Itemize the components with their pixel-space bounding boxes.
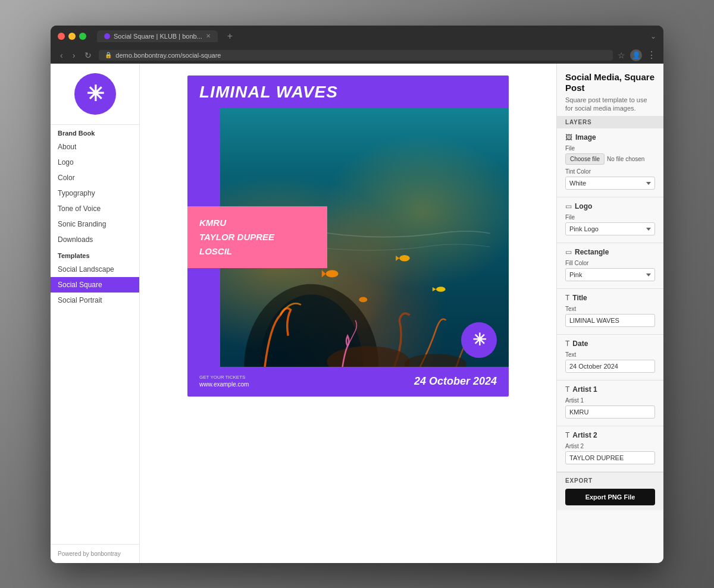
maximize-button[interactable] [79, 33, 86, 40]
preview-title: LIMINAL WAVES [199, 83, 497, 102]
file-chosen-text: No file chosen [607, 156, 644, 162]
artist1-text-icon: T [565, 385, 569, 394]
sidebar-item-social-portrait[interactable]: Social Portrait [51, 293, 139, 308]
sidebar-item-tone-of-voice[interactable]: Tone of Voice [51, 201, 139, 216]
sidebar-logo: ✳ [51, 64, 139, 125]
star-icon[interactable]: ☆ [618, 51, 625, 60]
preview-artist1: KMRU [199, 216, 315, 230]
browser-tab[interactable]: Social Square | KLUB | bonb... ✕ [97, 30, 218, 42]
rectangle-layer-title-row: ▭ Rectangle [565, 248, 655, 256]
brand-book-label: Brand Book [51, 125, 139, 139]
date-layer-title-row: T Date [565, 339, 655, 348]
artist1-text-input[interactable] [565, 405, 655, 419]
export-section: Export Export PNG File [557, 472, 663, 510]
svg-marker-9 [433, 287, 436, 291]
sidebar-item-social-square[interactable]: Social Square [51, 277, 139, 293]
image-layer-title: Image [575, 133, 596, 142]
title-text-icon: T [565, 294, 569, 302]
logo-layer-icon: ▭ [565, 202, 572, 210]
preview-website: www.example.com [199, 381, 249, 388]
back-button[interactable]: ‹ [58, 49, 65, 61]
menu-icon[interactable]: ⋮ [647, 49, 656, 61]
fill-color-select[interactable]: Pink [565, 268, 655, 281]
reload-button[interactable]: ↻ [82, 49, 94, 61]
sidebar-item-about[interactable]: About [51, 139, 139, 155]
new-tab-button[interactable]: + [227, 31, 233, 42]
sidebar-item-typography[interactable]: Typography [51, 185, 139, 201]
fill-color-label: Fill Color [565, 260, 655, 266]
sidebar-item-color[interactable]: Color [51, 170, 139, 185]
sidebar-item-social-landscape[interactable]: Social Landscape [51, 262, 139, 277]
artist2-text-label: Artist 2 [565, 443, 655, 449]
minimize-button[interactable] [68, 33, 76, 40]
sidebar-item-sonic-branding[interactable]: Sonic Branding [51, 216, 139, 232]
date-text-label: Text [565, 351, 655, 358]
artist1-text-label: Artist 1 [565, 397, 655, 404]
main-content: LIMINAL WAVES KMRU TAYLOR DUPREE LOSCIL … [140, 64, 556, 563]
preview-date: 24 October 2024 [414, 375, 497, 388]
logo-layer-title-row: ▭ Logo [565, 202, 655, 210]
logo-file-select[interactable]: Pink Logo [565, 222, 655, 235]
tint-color-label: Tint Color [565, 168, 655, 175]
export-png-button[interactable]: Export PNG File [565, 489, 655, 505]
layers-header: LAYERS [557, 116, 663, 128]
artist2-text-icon: T [565, 431, 569, 439]
image-file-label: File [565, 145, 655, 152]
tab-title: Social Square | KLUB | bonb... [114, 33, 202, 40]
logo-asterisk-icon: ✳ [86, 83, 104, 105]
browser-addressbar: ‹ › ↻ 🔒 demo.bonbontray.com/social-squar… [51, 47, 663, 64]
tab-close-icon[interactable]: ✕ [206, 33, 211, 39]
sidebar-footer: Powered by bonbontray [51, 544, 139, 563]
sidebar-item-downloads[interactable]: Downloads [51, 232, 139, 247]
title-layer-title-row: T Title [565, 294, 655, 302]
profile-icon[interactable]: 👤 [630, 49, 642, 61]
chevron-down-icon[interactable]: ⌄ [650, 32, 656, 40]
panel-header: Social Media, Square Post Square post te… [557, 64, 663, 117]
artist1-layer-section: T Artist 1 Artist 1 [557, 381, 663, 426]
image-layer-section: 🖼 Image File Choose file No file chosen … [557, 128, 663, 197]
svg-point-10 [359, 297, 367, 302]
svg-point-6 [399, 255, 409, 261]
date-layer-section: T Date Text [557, 335, 663, 381]
forward-button[interactable]: › [70, 49, 78, 61]
sidebar-item-logo[interactable]: Logo [51, 155, 139, 170]
logo-layer-section: ▭ Logo File Pink Logo [557, 197, 663, 243]
svg-marker-5 [322, 270, 326, 277]
preview-artist3: LOSCIL [199, 244, 315, 259]
artist2-text-input[interactable] [565, 451, 655, 464]
url-text: demo.bonbontray.com/social-square [115, 52, 221, 59]
preview-pink-box: KMRU TAYLOR DUPREE LOSCIL [187, 206, 327, 268]
rectangle-layer-title: Rectangle [575, 248, 609, 256]
artist2-layer-title: Artist 2 [572, 431, 597, 439]
title-text-label: Text [565, 306, 655, 312]
choose-file-button[interactable]: Choose file [565, 153, 605, 165]
panel-subtitle: Square post template to use for social m… [565, 96, 655, 113]
preview-artist2: TAYLOR DUPREE [199, 230, 315, 244]
browser-window: Social Square | KLUB | bonb... ✕ + ⌄ ‹ ›… [51, 26, 663, 563]
tint-color-select[interactable]: White [565, 177, 655, 190]
title-layer-title: Title [572, 294, 587, 302]
title-text-input[interactable] [565, 314, 655, 327]
social-square-preview: LIMINAL WAVES KMRU TAYLOR DUPREE LOSCIL … [187, 76, 509, 397]
image-layer-title-row: 🖼 Image [565, 133, 655, 142]
date-layer-title: Date [572, 339, 588, 348]
date-text-input[interactable] [565, 360, 655, 373]
title-layer-section: T Title Text [557, 289, 663, 335]
artist2-layer-title-row: T Artist 2 [565, 431, 655, 439]
preview-footer: GET YOUR TICKETS www.example.com 24 Octo… [199, 375, 497, 388]
preview-logo-circle: ✳ [461, 322, 497, 358]
preview-artists: KMRU TAYLOR DUPREE LOSCIL [199, 216, 315, 259]
browser-content: ✳ Brand Book About Logo Color Typography… [51, 64, 663, 563]
logo-layer-title: Logo [575, 202, 592, 210]
image-file-row: Choose file No file chosen [565, 153, 655, 165]
date-text-icon: T [565, 339, 569, 348]
artist1-layer-title-row: T Artist 1 [565, 385, 655, 394]
right-panel: Social Media, Square Post Square post te… [556, 64, 663, 563]
address-bar[interactable]: 🔒 demo.bonbontray.com/social-square [99, 50, 613, 61]
export-label: Export [565, 477, 655, 484]
traffic-lights [58, 33, 86, 40]
rectangle-icon: ▭ [565, 248, 572, 256]
panel-title: Social Media, Square Post [565, 72, 655, 93]
logo-file-label: File [565, 214, 655, 221]
close-button[interactable] [58, 33, 65, 40]
